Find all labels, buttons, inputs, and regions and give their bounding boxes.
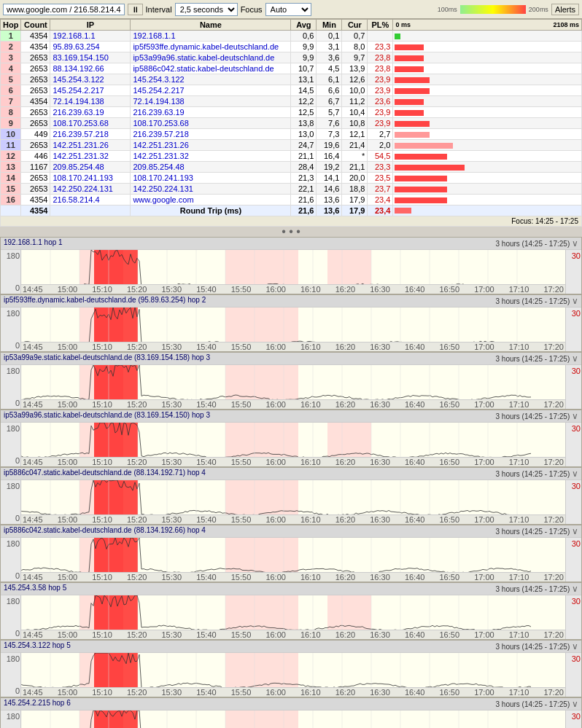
hop-count: 2653 bbox=[21, 173, 50, 184]
hop-name[interactable]: 145.254.3.122 bbox=[131, 74, 291, 85]
table-body: 1 4354 192.168.1.1 192.168.1.1 0,6 0,1 0… bbox=[1, 31, 582, 206]
hop-pl: 2,0 bbox=[368, 140, 393, 151]
round-trip-row: 4354 Round Trip (ms) 21,6 13,6 17,9 23,4 bbox=[1, 206, 582, 216]
hop-ip[interactable]: 142.251.231.32 bbox=[50, 151, 131, 162]
graph-container: 180014:4515:0015:1015:2015:3015:4015:501… bbox=[1, 365, 581, 409]
graph-y-axis-left: 1800 bbox=[1, 538, 21, 582]
graph-title: ip5886c042.static.kabel-deutschland.de (… bbox=[4, 526, 206, 536]
hop-name[interactable]: 142.250.224.131 bbox=[131, 184, 291, 195]
hop-min: 6,1 bbox=[317, 74, 342, 85]
hop-name[interactable]: 108.170.253.68 bbox=[131, 118, 291, 129]
graph-svg bbox=[21, 711, 565, 728]
hop-ip[interactable]: 72.14.194.138 bbox=[50, 96, 131, 107]
hop-ip[interactable]: 209.85.254.48 bbox=[50, 162, 131, 173]
rt-hop bbox=[1, 206, 21, 216]
hop-name[interactable]: 108.170.241.193 bbox=[131, 173, 291, 184]
hop-ip[interactable]: 108.170.253.68 bbox=[50, 118, 131, 129]
hop-cur: 21,1 bbox=[342, 162, 368, 173]
col-min: Min bbox=[317, 20, 342, 31]
graph-y-axis-right: 30 bbox=[565, 250, 581, 294]
hop-ip[interactable]: 88.134.192.66 bbox=[50, 63, 131, 74]
table-row: 3 2653 83.169.154.150 ip53a99a96.static.… bbox=[1, 52, 582, 63]
graph-title: 145.254.2.215 hop 6 bbox=[4, 699, 71, 709]
hop-name[interactable]: 192.168.1.1 bbox=[131, 31, 291, 42]
hop-ip[interactable]: 216.58.214.4 bbox=[50, 195, 131, 206]
hop-avg: 22,1 bbox=[291, 184, 317, 195]
alerts-button[interactable]: Alerts bbox=[551, 4, 579, 15]
scroll-dots: • • • bbox=[0, 227, 582, 237]
hop-ip[interactable]: 216.239.57.218 bbox=[50, 129, 131, 140]
hop-count: 4354 bbox=[21, 96, 50, 107]
hop-latency-bar bbox=[393, 85, 582, 96]
hop-ip[interactable]: 95.89.63.254 bbox=[50, 42, 131, 52]
pause-button[interactable]: ⏸ bbox=[128, 4, 143, 15]
table-row: 16 4354 216.58.214.4 www.google.com 21,6… bbox=[1, 195, 582, 206]
hop-name[interactable]: 145.254.2.217 bbox=[131, 85, 291, 96]
hop-avg: 0,6 bbox=[291, 31, 317, 42]
hop-name[interactable]: 216.239.63.19 bbox=[131, 107, 291, 118]
hop-latency-bar bbox=[393, 107, 582, 118]
latency-0ms: 0 ms bbox=[395, 21, 411, 28]
graph-y-axis-right: 30 bbox=[565, 653, 581, 697]
hop-avg: 10,7 bbox=[291, 63, 317, 74]
hop-num: 14 bbox=[1, 173, 21, 184]
hop-ip[interactable]: 216.239.63.19 bbox=[50, 107, 131, 118]
table-row: 12 446 142.251.231.32 142.251.231.32 21,… bbox=[1, 151, 582, 162]
hop-name[interactable]: 216.239.57.218 bbox=[131, 129, 291, 140]
graph-time: 3 hours (14:25 - 17:25) ∨ bbox=[495, 411, 578, 421]
interval-select[interactable]: 2,5 seconds 1 second 5 seconds bbox=[175, 3, 238, 16]
hop-num: 3 bbox=[1, 52, 21, 63]
hop-cur: 20,0 bbox=[342, 173, 368, 184]
graph-y-axis-right: 30 bbox=[565, 423, 581, 466]
hop-latency-bar bbox=[393, 129, 582, 140]
graph-container: 180014:4515:0015:1015:2015:3015:4015:501… bbox=[1, 308, 581, 351]
hop-ip[interactable]: 142.251.231.26 bbox=[50, 140, 131, 151]
hop-latency-bar bbox=[393, 63, 582, 74]
graph-y-axis-right: 30 bbox=[565, 480, 581, 524]
hop-latency-bar bbox=[393, 184, 582, 195]
hop-ip[interactable]: 83.169.154.150 bbox=[50, 52, 131, 63]
hop-latency-bar bbox=[393, 151, 582, 162]
hop-count: 446 bbox=[21, 151, 50, 162]
hop-ip[interactable]: 145.254.3.122 bbox=[50, 74, 131, 85]
hop-count: 2653 bbox=[21, 63, 50, 74]
hop-min: 13,6 bbox=[317, 195, 342, 206]
table-row: 5 2653 145.254.3.122 145.254.3.122 13,1 … bbox=[1, 74, 582, 85]
graph-title: 192.168.1.1 hop 1 bbox=[4, 238, 63, 248]
hop-name[interactable]: 209.85.254.48 bbox=[131, 162, 291, 173]
hop-ip[interactable]: 142.250.224.131 bbox=[50, 184, 131, 195]
table-row: 9 2653 108.170.253.68 108.170.253.68 13,… bbox=[1, 118, 582, 129]
hop-cur: 13,9 bbox=[342, 63, 368, 74]
hop-name[interactable]: 142.251.231.32 bbox=[131, 151, 291, 162]
hop-name[interactable]: 142.251.231.26 bbox=[131, 140, 291, 151]
graph-main: 14:4515:0015:1015:2015:3015:4015:5016:00… bbox=[21, 308, 565, 351]
graph-container: 180014:4515:0015:1015:2015:3015:4015:501… bbox=[1, 538, 581, 582]
hop-pl: 23,6 bbox=[368, 96, 393, 107]
graph-y-axis-left: 1800 bbox=[1, 250, 21, 294]
hop-name[interactable]: ip5886c042.static.kabel-deutschland.de bbox=[131, 63, 291, 74]
hop-name[interactable]: ip5f593ffe.dynamic.kabel-deutschland.de bbox=[131, 42, 291, 52]
graph-time-axis: 14:4515:0015:1015:2015:3015:4015:5016:00… bbox=[21, 687, 565, 697]
rt-avg: 21,6 bbox=[291, 206, 317, 216]
graph-header: 192.168.1.1 hop 13 hours (14:25 - 17:25)… bbox=[1, 238, 581, 250]
hop-ip[interactable]: 145.254.2.217 bbox=[50, 85, 131, 96]
hop-avg: 21,1 bbox=[291, 151, 317, 162]
hop-cur: 17,9 bbox=[342, 195, 368, 206]
graph-time: 3 hours (14:25 - 17:25) ∨ bbox=[495, 584, 578, 594]
hop-num: 9 bbox=[1, 118, 21, 129]
hop-count: 4354 bbox=[21, 42, 50, 52]
hop-ip[interactable]: 108.170.241.193 bbox=[50, 173, 131, 184]
hop-name[interactable]: www.google.com bbox=[131, 195, 291, 206]
graph-y-axis-left: 1800 bbox=[1, 595, 21, 639]
hop-cur: 18,8 bbox=[342, 184, 368, 195]
hop-avg: 24,7 bbox=[291, 140, 317, 151]
hop-name[interactable]: ip53a99a96.static.kabel-deutschland.de bbox=[131, 52, 291, 63]
hop-ip[interactable]: 192.168.1.1 bbox=[50, 31, 131, 42]
hop-name[interactable]: 72.14.194.138 bbox=[131, 96, 291, 107]
focus-select[interactable]: Auto Manual bbox=[265, 3, 311, 16]
hop-count: 4354 bbox=[21, 31, 50, 42]
col-count: Count bbox=[21, 20, 50, 31]
table-row: 14 2653 108.170.241.193 108.170.241.193 … bbox=[1, 173, 582, 184]
graph-title: 145.254.3.122 hop 5 bbox=[4, 641, 71, 651]
graph-time-axis: 14:4515:0015:1015:2015:3015:4015:5016:00… bbox=[21, 630, 565, 639]
